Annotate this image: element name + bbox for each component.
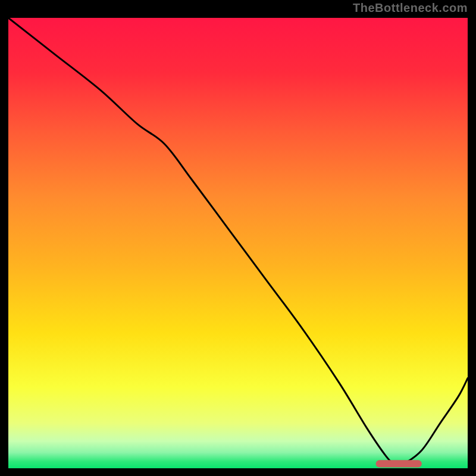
plot-area: [8, 18, 468, 468]
watermark-text: TheBottleneck.com: [353, 1, 468, 15]
optimal-range-bar: [376, 460, 422, 467]
chart-svg: [8, 18, 468, 468]
